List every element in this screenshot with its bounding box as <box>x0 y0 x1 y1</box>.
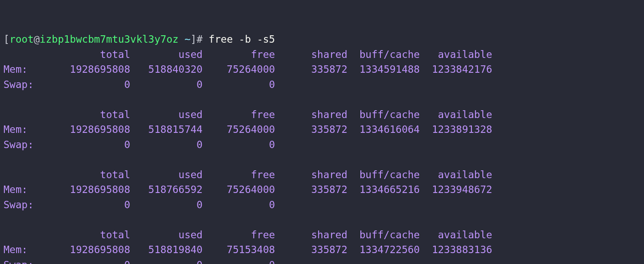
mem-row: Mem: 1928695808 518815744 75264000 33587… <box>3 122 641 137</box>
mem-values: 1928695808 518766592 75264000 335872 133… <box>40 184 492 195</box>
column-headers: total used free shared buff/cache availa… <box>3 49 492 60</box>
swap-values: 0 0 0 <box>40 79 275 90</box>
mem-row: Mem: 1928695808 518766592 75264000 33587… <box>3 182 641 197</box>
mem-values: 1928695808 518840320 75264000 335872 133… <box>40 64 492 75</box>
swap-values: 0 0 0 <box>40 199 275 210</box>
prompt-line[interactable]: [root@izbp1bwcbm7mtu3vkl3y7oz ~]# free -… <box>3 32 641 47</box>
column-header-row: total used free shared buff/cache availa… <box>3 227 641 243</box>
mem-values: 1928695808 518819840 75153408 335872 133… <box>40 244 492 255</box>
swap-label: Swap: <box>3 139 40 150</box>
column-header-row: total used free shared buff/cache availa… <box>3 107 641 122</box>
column-headers: total used free shared buff/cache availa… <box>3 109 492 120</box>
swap-values: 0 0 0 <box>40 139 275 150</box>
swap-label: Swap: <box>3 259 40 264</box>
mem-label: Mem: <box>3 124 40 135</box>
swap-label: Swap: <box>3 199 40 210</box>
mem-label: Mem: <box>3 244 40 255</box>
swap-row: Swap: 0 0 0 <box>3 197 641 213</box>
column-header-row: total used free shared buff/cache availa… <box>3 47 641 62</box>
swap-values: 0 0 0 <box>40 259 275 264</box>
column-header-row: total used free shared buff/cache availa… <box>3 167 641 183</box>
prompt-at: @ <box>34 34 40 45</box>
column-headers: total used free shared buff/cache availa… <box>3 169 492 180</box>
mem-values: 1928695808 518815744 75264000 335872 133… <box>40 124 492 135</box>
prompt-bracket-open: [ <box>3 34 10 45</box>
swap-row: Swap: 0 0 0 <box>3 137 641 152</box>
blank-line <box>3 152 641 167</box>
swap-label: Swap: <box>3 79 40 90</box>
mem-label: Mem: <box>3 184 40 195</box>
prompt-host: izbp1bwcbm7mtu3vkl3y7oz <box>40 34 179 45</box>
mem-label: Mem: <box>3 64 40 75</box>
terminal-output: [root@izbp1bwcbm7mtu3vkl3y7oz ~]# free -… <box>3 32 641 264</box>
blank-line <box>3 92 641 107</box>
mem-row: Mem: 1928695808 518840320 75264000 33587… <box>3 62 641 77</box>
swap-row: Swap: 0 0 0 <box>3 257 641 264</box>
column-headers: total used free shared buff/cache availa… <box>3 229 492 240</box>
prompt-bracket-close: ]# <box>190 34 209 45</box>
blank-line <box>3 212 641 227</box>
swap-row: Swap: 0 0 0 <box>3 77 641 92</box>
command-text: free -b -s5 <box>209 34 275 45</box>
prompt-path: ~ <box>179 34 191 45</box>
prompt-user: root <box>10 34 34 45</box>
mem-row: Mem: 1928695808 518819840 75153408 33587… <box>3 242 641 257</box>
